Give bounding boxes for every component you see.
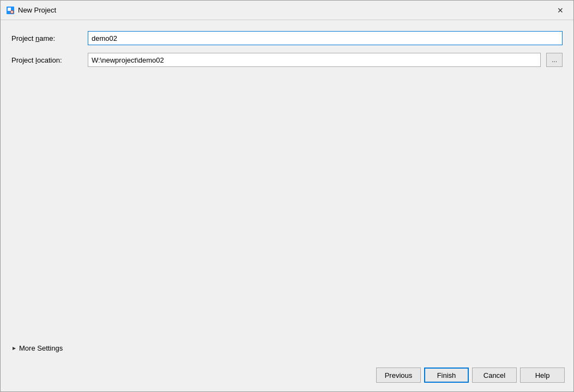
project-location-input[interactable]: [88, 53, 541, 67]
cancel-button[interactable]: Cancel: [472, 367, 517, 383]
browse-button[interactable]: ...: [546, 53, 563, 67]
more-settings-arrow-icon: [11, 346, 17, 351]
dialog-title: New Project: [18, 6, 56, 14]
more-settings-toggle[interactable]: More Settings: [11, 340, 563, 357]
new-project-dialog: New Project ✕ Project name: Project loca…: [0, 0, 574, 392]
content-spacer: [11, 75, 563, 332]
project-name-label: Project name:: [11, 34, 82, 42]
svg-rect-1: [8, 8, 11, 11]
previous-button[interactable]: Previous: [376, 367, 421, 383]
new-project-icon: [6, 6, 15, 15]
help-button[interactable]: Help: [520, 367, 565, 383]
title-bar-left: New Project: [6, 6, 56, 15]
more-settings-label: More Settings: [19, 344, 63, 352]
title-bar: New Project ✕: [1, 1, 573, 20]
project-location-label: Project location:: [11, 56, 82, 64]
content-area: Project name: Project location: ... More…: [1, 20, 573, 362]
finish-button[interactable]: Finish: [424, 367, 469, 383]
project-name-input[interactable]: [88, 31, 563, 45]
svg-marker-5: [13, 347, 16, 350]
footer: Previous Finish Cancel Help: [1, 362, 573, 391]
project-name-row: Project name:: [11, 31, 563, 45]
project-location-row: Project location: ...: [11, 53, 563, 67]
close-button[interactable]: ✕: [553, 4, 568, 16]
